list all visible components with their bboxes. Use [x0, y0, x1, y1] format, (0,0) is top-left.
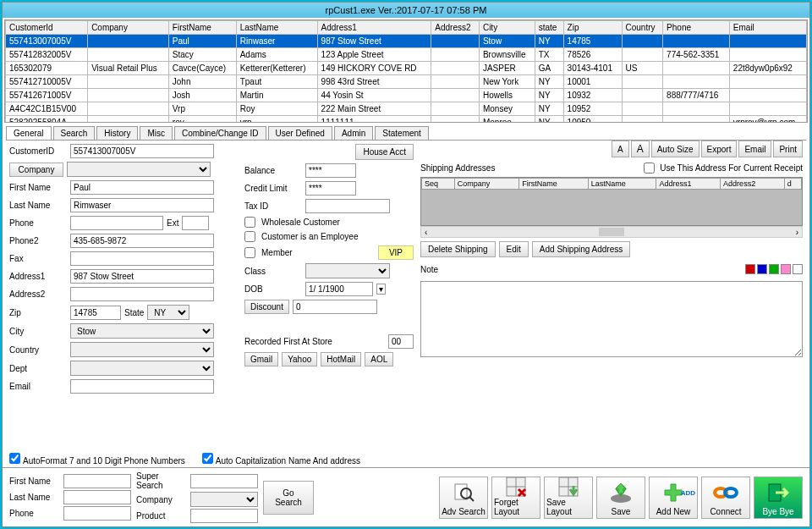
search-product-input[interactable] — [190, 509, 258, 523]
class-select[interactable] — [305, 263, 390, 278]
company-button[interactable]: Company — [9, 163, 63, 177]
tab-search[interactable]: Search — [53, 126, 96, 140]
export-button[interactable]: Export — [701, 141, 738, 157]
grid-header-customerid[interactable]: CustomerId — [6, 21, 88, 35]
autosize-button[interactable]: Auto Size — [651, 141, 700, 157]
tab-combine-change-id[interactable]: Combine/Change ID — [174, 126, 266, 140]
tab-statement[interactable]: Statement — [375, 126, 429, 140]
table-row[interactable]: A4C42C1B15V00VrpRoy222 Main StreetMonsey… — [6, 102, 807, 116]
connect-button[interactable]: Connect — [701, 477, 750, 519]
phone-input[interactable] — [70, 216, 163, 230]
color-swatch[interactable] — [745, 264, 755, 274]
search-lastname-input[interactable] — [63, 490, 131, 504]
autocap-checkbox[interactable] — [202, 453, 213, 464]
employee-label: Customer is an Employee — [261, 232, 359, 241]
hotmail-button[interactable]: HotMail — [321, 352, 361, 366]
table-row[interactable]: 557412671005VJoshMartin44 Yosin StHowell… — [6, 89, 807, 102]
add-new-button[interactable]: ADDAdd New — [649, 477, 698, 519]
grid-header-address1[interactable]: Address1 — [317, 21, 431, 35]
creditlimit-input[interactable] — [305, 181, 356, 196]
tab-general[interactable]: General — [6, 126, 52, 140]
grid-header-phone[interactable]: Phone — [663, 21, 730, 35]
font-smaller-button[interactable]: A — [612, 141, 629, 157]
table-row[interactable]: 52829255804Aroyvrp1111111MonroeNY10950vr… — [6, 116, 807, 124]
note-textarea[interactable] — [420, 281, 803, 357]
wholesale-checkbox[interactable] — [244, 217, 255, 228]
address1-input[interactable] — [70, 269, 214, 284]
table-row[interactable]: 165302079Visual Retail PlusCavce(Cayce)K… — [6, 62, 807, 75]
recorded-input[interactable] — [388, 334, 414, 349]
grid-header-address2[interactable]: Address2 — [431, 21, 480, 35]
tab-user-defined[interactable]: User Defined — [268, 126, 332, 140]
super-search-input[interactable] — [190, 474, 258, 488]
grid-header-zip[interactable]: Zip — [563, 21, 622, 35]
discount-input[interactable] — [293, 300, 377, 314]
grid-header-state[interactable]: state — [535, 21, 563, 35]
color-swatch[interactable] — [769, 264, 779, 274]
calendar-icon[interactable]: ▾ — [376, 284, 386, 295]
employee-checkbox[interactable] — [244, 231, 255, 242]
edit-shipping-button[interactable]: Edit — [499, 241, 529, 257]
country-select[interactable] — [70, 342, 214, 357]
grid-header-email[interactable]: Email — [729, 21, 806, 35]
firstname-input[interactable] — [70, 180, 214, 195]
house-acct-button[interactable]: House Acct — [355, 144, 414, 160]
fax-input[interactable] — [70, 251, 214, 266]
delete-shipping-button[interactable]: Delete Shipping — [420, 241, 496, 257]
aol-button[interactable]: AOL — [365, 352, 393, 366]
balance-input[interactable] — [305, 163, 356, 178]
tab-admin[interactable]: Admin — [334, 126, 373, 140]
member-checkbox[interactable] — [244, 247, 255, 258]
company-select[interactable] — [67, 162, 211, 177]
zip-input[interactable] — [70, 306, 121, 320]
add-shipping-button[interactable]: Add Shipping Address — [532, 241, 630, 257]
font-larger-button[interactable]: A — [631, 141, 650, 157]
autoformat-checkbox[interactable] — [9, 453, 20, 464]
search-phone-input[interactable] — [63, 506, 131, 521]
print-button[interactable]: Print — [773, 141, 803, 157]
grid-header-city[interactable]: City — [479, 21, 535, 35]
grid-header-firstname[interactable]: FirstName — [168, 21, 236, 35]
customer-grid[interactable]: CustomerIdCompanyFirstNameLastNameAddres… — [4, 19, 808, 123]
city-select[interactable]: Stow — [70, 323, 214, 339]
table-row[interactable]: 557412832005VStacyAdams123 Apple StreetB… — [6, 48, 807, 62]
shipping-scrollbar[interactable]: ‹› — [420, 226, 803, 238]
taxid-input[interactable] — [305, 199, 390, 213]
save-layout-button[interactable]: Save Layout — [544, 477, 593, 519]
svg-marker-10 — [616, 483, 626, 493]
yahoo-button[interactable]: Yahoo — [282, 352, 317, 366]
forget-layout-button[interactable]: Forget Layout — [491, 477, 540, 519]
table-row[interactable]: 557412710005VJohnTpaut998 43rd StreetNew… — [6, 75, 807, 89]
lastname-input[interactable] — [70, 198, 214, 212]
search-firstname-input[interactable] — [63, 474, 131, 488]
grid-header-company[interactable]: Company — [88, 21, 169, 35]
color-swatch[interactable] — [781, 264, 791, 274]
save-button[interactable]: Save — [596, 477, 645, 519]
color-swatch[interactable] — [793, 264, 803, 274]
adv-search-button[interactable]: Adv Search — [439, 477, 488, 519]
gmail-button[interactable]: Gmail — [244, 352, 278, 366]
shipping-grid[interactable]: SeqCompanyFirstNameLastNameAddress1Addre… — [420, 177, 803, 226]
bye-bye-button[interactable]: Bye Bye — [754, 477, 803, 519]
use-address-checkbox[interactable] — [644, 163, 655, 174]
grid-header-lastname[interactable]: LastName — [236, 21, 317, 35]
address2-input[interactable] — [70, 287, 214, 301]
customerid-input[interactable] — [70, 144, 214, 158]
ext-label: Ext — [167, 218, 178, 228]
vip-button[interactable]: VIP — [378, 245, 414, 260]
table-row[interactable]: 557413007005VPaulRinwaser987 Stow Street… — [6, 35, 807, 48]
color-swatch[interactable] — [757, 264, 767, 274]
email-button[interactable]: Email — [738, 141, 771, 157]
discount-button[interactable]: Discount — [244, 300, 289, 314]
go-search-button[interactable]: Go Search — [263, 481, 314, 515]
tab-misc[interactable]: Misc — [140, 126, 173, 140]
search-company-select[interactable] — [190, 492, 258, 507]
dept-select[interactable] — [70, 361, 214, 376]
tab-history[interactable]: History — [96, 126, 138, 140]
dob-input[interactable] — [305, 282, 373, 296]
state-select[interactable]: NY — [147, 305, 189, 320]
grid-header-country[interactable]: Country — [622, 21, 663, 35]
ext-input[interactable] — [182, 216, 209, 230]
email-input[interactable] — [70, 379, 214, 394]
phone2-input[interactable] — [70, 234, 214, 248]
